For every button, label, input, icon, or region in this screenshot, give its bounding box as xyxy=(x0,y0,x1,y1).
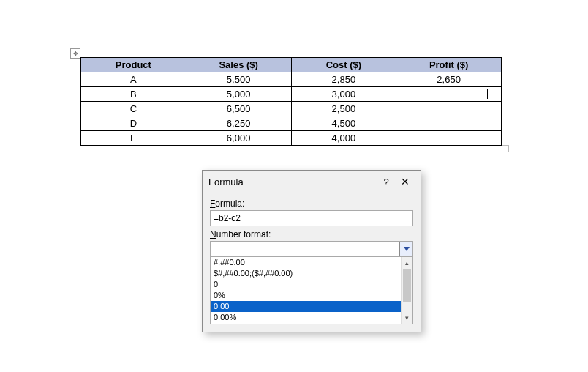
dialog-body: Formula: =b2-c2 Number format: #,##0.00 … xyxy=(203,193,421,332)
list-item[interactable]: 0.00% xyxy=(211,312,412,323)
number-format-listbox[interactable]: #,##0.00 $#,##0.00;($#,##0.00) 0 0% 0.00… xyxy=(210,257,413,324)
cell-product[interactable]: A xyxy=(81,72,186,87)
list-item[interactable]: 0% xyxy=(211,290,412,301)
cell-profit[interactable] xyxy=(396,131,502,146)
table-row[interactable]: C 6,500 2,500 xyxy=(81,102,502,116)
cell-profit[interactable]: 2,650 xyxy=(396,72,502,87)
list-item[interactable]: 0 xyxy=(211,279,412,290)
number-format-combo[interactable] xyxy=(210,241,413,257)
table-row[interactable]: E 6,000 4,000 xyxy=(81,131,502,146)
table-resize-handle[interactable] xyxy=(502,145,509,152)
table-row[interactable]: A 5,500 2,850 2,650 xyxy=(81,72,502,87)
cell-sales[interactable]: 5,000 xyxy=(186,87,291,102)
cell-profit[interactable] xyxy=(396,116,502,131)
scroll-up-icon[interactable]: ▴ xyxy=(402,257,412,269)
list-item[interactable]: $#,##0.00;($#,##0.00) xyxy=(211,268,412,279)
col-header-product[interactable]: Product xyxy=(81,58,186,72)
dropdown-arrow-icon[interactable] xyxy=(399,242,412,256)
cell-product[interactable]: B xyxy=(81,87,186,102)
cell-cost[interactable]: 2,850 xyxy=(291,72,396,87)
table-body: A 5,500 2,850 2,650 B 5,000 3,000 C 6,50… xyxy=(81,72,502,146)
help-button[interactable]: ? xyxy=(377,176,396,187)
cell-sales[interactable]: 6,000 xyxy=(186,131,291,146)
col-header-profit[interactable]: Profit ($) xyxy=(396,58,502,72)
scroll-thumb[interactable] xyxy=(403,269,411,302)
data-table-container: Product Sales ($) Cost ($) Profit ($) A … xyxy=(80,57,502,146)
number-format-input[interactable] xyxy=(211,242,399,256)
list-item-selected[interactable]: 0.00 xyxy=(211,301,412,312)
cell-product[interactable]: C xyxy=(81,102,186,116)
data-table[interactable]: Product Sales ($) Cost ($) Profit ($) A … xyxy=(80,57,502,146)
formula-label: Formula: xyxy=(210,198,413,209)
formula-dialog: Formula ? ✕ Formula: =b2-c2 Number forma… xyxy=(202,170,421,332)
close-button[interactable]: ✕ xyxy=(396,176,415,187)
list-item[interactable]: #,##0.00 xyxy=(211,257,412,268)
cell-cost[interactable]: 2,500 xyxy=(291,102,396,116)
cell-product[interactable]: E xyxy=(81,131,186,146)
formula-input[interactable]: =b2-c2 xyxy=(210,210,413,226)
col-header-sales[interactable]: Sales ($) xyxy=(186,58,291,72)
scrollbar[interactable]: ▴ ▾ xyxy=(401,257,412,324)
cell-sales[interactable]: 6,250 xyxy=(186,116,291,131)
cell-product[interactable]: D xyxy=(81,116,186,131)
table-move-handle[interactable]: ✥ xyxy=(70,48,80,59)
number-format-label: Number format: xyxy=(210,229,413,239)
table-header-row: Product Sales ($) Cost ($) Profit ($) xyxy=(81,58,502,72)
cell-profit-active[interactable] xyxy=(396,87,502,102)
dialog-title-text: Formula xyxy=(208,176,377,187)
cell-cost[interactable]: 4,000 xyxy=(291,131,396,146)
scroll-down-icon[interactable]: ▾ xyxy=(402,312,412,324)
col-header-cost[interactable]: Cost ($) xyxy=(291,58,396,72)
table-row[interactable]: D 6,250 4,500 xyxy=(81,116,502,131)
cell-profit[interactable] xyxy=(396,102,502,116)
cell-cost[interactable]: 4,500 xyxy=(291,116,396,131)
cell-sales[interactable]: 5,500 xyxy=(186,72,291,87)
cell-cost[interactable]: 3,000 xyxy=(291,87,396,102)
dialog-titlebar[interactable]: Formula ? ✕ xyxy=(203,171,421,193)
cell-sales[interactable]: 6,500 xyxy=(186,102,291,116)
table-row[interactable]: B 5,000 3,000 xyxy=(81,87,502,102)
